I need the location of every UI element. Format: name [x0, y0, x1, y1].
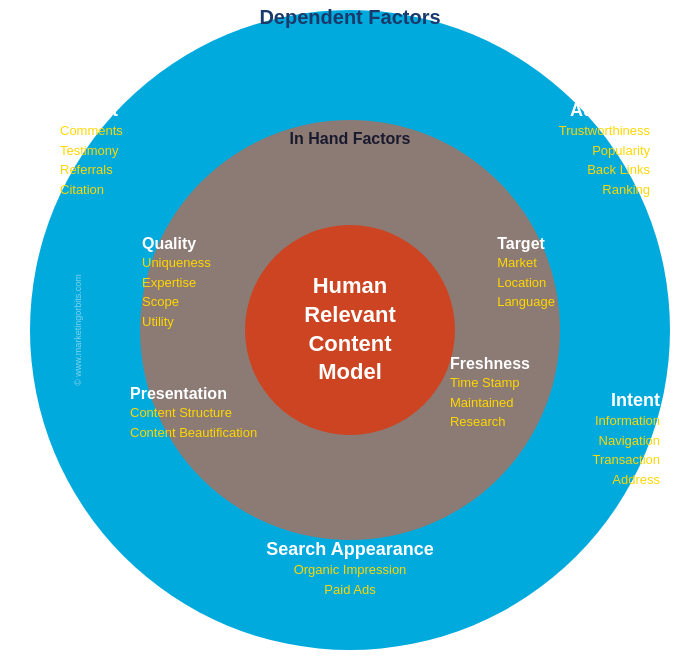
search-appearance-items: Organic ImpressionPaid Ads: [266, 560, 433, 599]
impact-items: CommentsTestimonyReferralsCitation: [60, 121, 123, 199]
freshness-section: Freshness Time StampMaintainedResearch: [450, 355, 530, 432]
target-title: Target: [497, 235, 555, 253]
quality-section: Quality UniquenessExpertiseScopeUtility: [142, 235, 211, 331]
target-section: Target MarketLocationLanguage: [497, 235, 555, 312]
in-hand-factors-label: In Hand Factors: [290, 130, 411, 148]
intent-section: Intent InformationNavigationTransactionA…: [593, 390, 660, 489]
search-appearance-section: Search Appearance Organic ImpressionPaid…: [266, 539, 433, 599]
authority-items: TrustworthinessPopularityBack LinksRanki…: [559, 121, 650, 199]
search-appearance-title: Search Appearance: [266, 539, 433, 560]
intent-items: InformationNavigationTransactionAddress: [593, 411, 660, 489]
authority-section: Authority TrustworthinessPopularityBack …: [559, 100, 650, 199]
dependent-factors-label: Dependent Factors: [259, 6, 440, 29]
quality-items: UniquenessExpertiseScopeUtility: [142, 253, 211, 331]
presentation-items: Content StructureContent Beautification: [130, 403, 257, 442]
authority-title: Authority: [559, 100, 650, 121]
presentation-section: Presentation Content StructureContent Be…: [130, 385, 257, 442]
copyright: © www.marketingorbits.com: [73, 274, 83, 386]
inner-circle: Human Relevant Content Model: [245, 225, 455, 435]
diagram-container: Human Relevant Content Model Dependent F…: [0, 0, 700, 659]
intent-title: Intent: [593, 390, 660, 411]
target-items: MarketLocationLanguage: [497, 253, 555, 312]
freshness-title: Freshness: [450, 355, 530, 373]
impact-title: Impact: [60, 100, 123, 121]
presentation-title: Presentation: [130, 385, 257, 403]
center-text: Human Relevant Content Model: [304, 272, 396, 386]
quality-title: Quality: [142, 235, 211, 253]
freshness-items: Time StampMaintainedResearch: [450, 373, 530, 432]
impact-section: Impact CommentsTestimonyReferralsCitatio…: [60, 100, 123, 199]
